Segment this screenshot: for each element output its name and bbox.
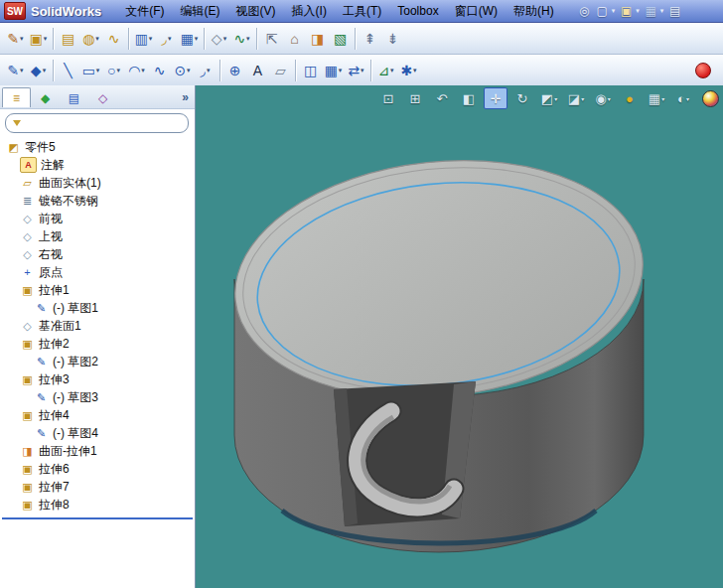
tree-item-sketch2[interactable]: ✎(-) 草图2 [0, 353, 195, 370]
search-icon[interactable]: ◎ [576, 3, 593, 20]
tree-item-plane1[interactable]: ◇基准面1 [0, 317, 195, 335]
revolved-boss-dropdown-arrow[interactable]: ▾ [95, 35, 99, 43]
tree-item-sketch3[interactable]: ✎(-) 草图3 [0, 388, 195, 406]
save-dropdown-arrow[interactable]: ▾ [660, 7, 664, 15]
menu-edit[interactable]: 编辑(E) [173, 0, 228, 22]
tree-item-material[interactable]: ≣镀铬不锈钢 [0, 192, 195, 210]
sketch-fillet-button[interactable]: ◞▾ [194, 59, 217, 81]
surfaces-button[interactable]: ◨ [306, 27, 329, 50]
new-document-dropdown-arrow[interactable]: ▾ [612, 7, 616, 15]
filter-input[interactable] [26, 115, 181, 131]
menu-window[interactable]: 窗口(W) [447, 0, 506, 22]
swept-boss-button[interactable]: ∿ [102, 27, 125, 50]
display-style-button[interactable]: ◪▾ [564, 87, 588, 109]
tree-item-extrude7[interactable]: ▣拉伸7 [0, 478, 195, 496]
tab-propertymanager[interactable]: ◆ [31, 87, 60, 107]
open-document-icon[interactable]: ▣ [618, 3, 635, 20]
tree-item-extrude1[interactable]: ▣拉伸1 [0, 281, 195, 299]
mirror-entities-button[interactable]: ◫ [299, 59, 322, 81]
pan-button[interactable]: ✛ [484, 87, 507, 109]
extruded-cut-button[interactable]: ▥▾ [132, 27, 155, 50]
graphics-area[interactable]: ⊡⊞↶◧✛↻◩▾◪▾◉▾●▦▾◐▾ [196, 85, 723, 588]
circle-button[interactable]: ○▾ [102, 59, 125, 81]
reference-geometry-dropdown-arrow[interactable]: ▾ [223, 35, 227, 43]
record-button[interactable] [695, 63, 711, 78]
tab-dimxpertmanager[interactable]: ◇ [88, 87, 117, 107]
view-settings-dropdown-arrow[interactable]: ▾ [686, 95, 689, 102]
move-entities-dropdown-arrow[interactable]: ▾ [361, 67, 364, 74]
new-document-icon[interactable]: ▢ [594, 3, 611, 20]
sheet-metal-button[interactable]: ▧ [329, 27, 352, 50]
edit-appearance-button[interactable]: ● [618, 87, 642, 109]
menu-help[interactable]: 帮助(H) [506, 0, 562, 22]
tree-item-surface-extrude1[interactable]: ◨曲面-拉伸1 [0, 442, 195, 460]
render-ball-icon[interactable] [702, 90, 719, 107]
tree-item-front-plane[interactable]: ◇前视 [0, 210, 195, 227]
tree-item-extrude6[interactable]: ▣拉伸6 [0, 460, 195, 478]
view-orientation-dropdown-arrow[interactable]: ▾ [554, 95, 557, 102]
rectangle-button[interactable]: ▭▾ [79, 59, 102, 81]
save-icon[interactable]: ▦ [643, 3, 659, 20]
move-entities-button[interactable]: ⇄▾ [345, 59, 367, 81]
tab-featuremanager[interactable]: ≡ [2, 87, 31, 107]
tree-item-origin[interactable]: +原点 [0, 263, 195, 281]
fillet-dropdown-arrow[interactable]: ▾ [168, 35, 172, 43]
tree-item-annotations[interactable]: A注解 [0, 156, 195, 174]
smart-dimension-button[interactable]: ✎▾ [4, 59, 27, 81]
sketch-pattern-dropdown-arrow[interactable]: ▾ [339, 67, 343, 74]
quick-snaps-dropdown-arrow[interactable]: ▾ [413, 67, 417, 74]
dock-down-button[interactable]: ⇟ [381, 27, 404, 50]
plane-tool-button[interactable]: ▱ [269, 59, 292, 81]
sketch-tools-dropdown-arrow[interactable]: ▾ [43, 67, 47, 74]
sketch-fillet-dropdown-arrow[interactable]: ▾ [207, 67, 211, 74]
line-button[interactable]: ╲ [57, 59, 79, 81]
apply-scene-dropdown-arrow[interactable]: ▾ [661, 95, 664, 102]
instant3d-button[interactable]: ⇱ [260, 27, 283, 50]
open-document-dropdown-arrow[interactable]: ▾ [636, 7, 640, 15]
arc-dropdown-arrow[interactable]: ▾ [141, 67, 145, 74]
display-style-dropdown-arrow[interactable]: ▾ [581, 95, 584, 102]
mold-tools-button[interactable]: ⌂ [283, 27, 306, 50]
hide-show-items-dropdown-arrow[interactable]: ▾ [608, 95, 611, 102]
reference-geometry-button[interactable]: ◇▾ [208, 27, 230, 50]
arc-button[interactable]: ◠▾ [125, 59, 148, 81]
tab-configurationmanager[interactable]: ▤ [60, 87, 88, 107]
linear-pattern-dropdown-arrow[interactable]: ▾ [195, 35, 199, 43]
tree-item-extrude4[interactable]: ▣拉伸4 [0, 406, 195, 424]
tree-item-extrude8[interactable]: ▣拉伸8 [0, 496, 195, 514]
display-relations-dropdown-arrow[interactable]: ▾ [390, 67, 394, 74]
point-button[interactable]: ⊕ [223, 59, 246, 81]
dock-up-button[interactable]: ⇞ [359, 27, 381, 50]
menu-file[interactable]: 文件(F) [117, 0, 172, 22]
fillet-button[interactable]: ◞▾ [155, 27, 178, 50]
zoom-fit-button[interactable]: ⊡ [376, 87, 400, 109]
extruded-cut-dropdown-arrow[interactable]: ▾ [149, 35, 153, 43]
print-icon[interactable]: ▤ [666, 3, 683, 20]
smart-dimension-dropdown-arrow[interactable]: ▾ [20, 67, 24, 74]
linear-pattern-button[interactable]: ▦▾ [178, 27, 201, 50]
circle-dropdown-arrow[interactable]: ▾ [116, 67, 120, 74]
features-flyout-button[interactable]: ▣▾ [27, 27, 50, 50]
ellipse-button[interactable]: ⊙▾ [171, 59, 194, 81]
tree-item-part5[interactable]: ◩零件5 [0, 138, 195, 156]
sketch-pattern-button[interactable]: ▦▾ [322, 59, 345, 81]
tree-item-extrude3[interactable]: ▣拉伸3 [0, 370, 195, 388]
rectangle-dropdown-arrow[interactable]: ▾ [96, 67, 100, 74]
menu-view[interactable]: 视图(V) [228, 0, 284, 22]
tree-item-sketch1[interactable]: ✎(-) 草图1 [0, 299, 195, 317]
text-button[interactable]: A [246, 59, 269, 81]
display-relations-button[interactable]: ⊿▾ [374, 59, 397, 81]
previous-view-button[interactable]: ↶ [430, 87, 454, 109]
tree-item-top-plane[interactable]: ◇上视 [0, 227, 195, 245]
quick-snaps-button[interactable]: ✱▾ [397, 59, 420, 81]
features-flyout-dropdown-arrow[interactable]: ▾ [44, 35, 48, 43]
hide-show-items-button[interactable]: ◉▾ [591, 87, 615, 109]
tree-item-surface-bodies[interactable]: ▱曲面实体(1) [0, 174, 195, 192]
curves-dropdown-arrow[interactable]: ▾ [246, 35, 250, 43]
menu-toolbox[interactable]: Toolbox [389, 0, 446, 22]
menu-insert[interactable]: 插入(I) [284, 0, 335, 22]
revolved-boss-button[interactable]: ◍▾ [79, 27, 102, 50]
tree-item-right-plane[interactable]: ◇右视 [0, 245, 195, 263]
ellipse-dropdown-arrow[interactable]: ▾ [187, 67, 191, 74]
menu-tools[interactable]: 工具(T) [335, 0, 389, 22]
